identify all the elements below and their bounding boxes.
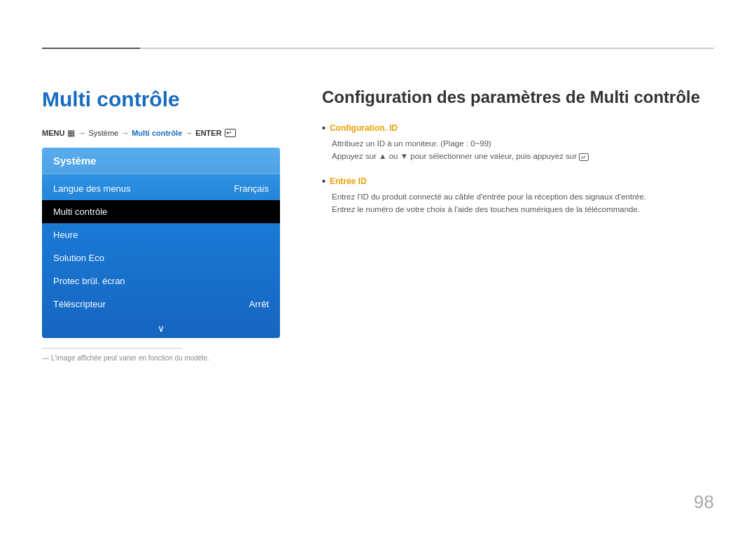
right-column: Configuration des paramètres de Multi co… [308,87,714,362]
config-heading-id: Configuration. ID [322,122,714,134]
menu-item-protec-label: Protec brûl. écran [53,276,125,286]
left-column: Multi contrôle MENU ▦ → Système → Multi … [42,87,280,362]
section-title: Configuration des paramètres de Multi co… [322,87,714,107]
top-rule-accent [42,48,140,49]
menu-item-multi-controle[interactable]: Multi contrôle [42,200,280,223]
config-text-id-line2: Appuyez sur ▲ ou ▼ pour sélectionner une… [332,150,714,162]
menu-item-heure-label: Heure [53,230,78,240]
menu-items: Langue des menus Français Multi contrôle… [42,174,280,318]
menu-icon: ▦ [67,128,75,138]
menu-box: Système Langue des menus Français Multi … [42,148,280,338]
menu-item-langue-value: Français [234,183,269,194]
menu-chevron[interactable]: ∨ [42,318,280,338]
config-text-entree-line2: Entrez le numéro de votre choix à l'aide… [332,203,714,216]
footnote: ― L'image affichée peut varier en foncti… [42,354,280,362]
page-container: Multi contrôle MENU ▦ → Système → Multi … [0,0,756,534]
breadcrumb-highlight: Multi contrôle [132,129,182,137]
breadcrumb-arrow2: → [121,129,129,137]
menu-item-telescripteur-label: Téléscripteur [53,299,106,309]
top-rule [42,48,714,49]
menu-item-solution-eco-label: Solution Eco [53,253,104,263]
config-text-entree-line1: Entrez l'ID du produit connecté au câble… [332,190,714,203]
menu-item-telescripteur-value: Arrêt [249,299,269,309]
page-number: 98 [694,491,714,513]
menu-header: Système [42,148,280,174]
menu-item-multi-label: Multi contrôle [53,206,107,217]
content-area: Multi contrôle MENU ▦ → Système → Multi … [42,87,714,362]
enter-icon [225,129,236,137]
enter-small-icon: ↵ [579,153,589,161]
menu-item-solution-eco[interactable]: Solution Eco [42,246,280,269]
config-heading-id-label: Configuration. ID [330,123,398,133]
breadcrumb-system: Système [88,129,118,137]
breadcrumb-arrow1: → [78,129,85,137]
menu-item-heure[interactable]: Heure [42,223,280,246]
config-text-id: Attribuez un ID à un moniteur. (Plage : … [332,137,714,163]
menu-item-telescripteur[interactable]: Téléscripteur Arrêt [42,293,280,316]
config-section-id: Configuration. ID Attribuez un ID à un m… [322,122,714,163]
menu-header-label: Système [53,155,97,167]
menu-item-langue[interactable]: Langue des menus Français [42,177,280,200]
config-text-entree: Entrez l'ID du produit connecté au câble… [332,190,714,216]
breadcrumb: MENU ▦ → Système → Multi contrôle → ENTE… [42,128,280,138]
config-section-entree: Entrée ID Entrez l'ID du produit connect… [322,176,714,216]
breadcrumb-menu: MENU [42,129,64,137]
menu-item-langue-label: Langue des menus [53,183,131,194]
config-text-id-line1: Attribuez un ID à un moniteur. (Plage : … [332,137,714,150]
menu-item-protec[interactable]: Protec brûl. écran [42,269,280,293]
breadcrumb-enter: ENTER [195,129,221,137]
breadcrumb-arrow3: → [185,129,192,137]
config-heading-entree: Entrée ID [322,176,714,187]
bottom-rule [42,348,182,349]
page-title: Multi contrôle [42,87,280,111]
config-heading-entree-label: Entrée ID [330,176,367,186]
